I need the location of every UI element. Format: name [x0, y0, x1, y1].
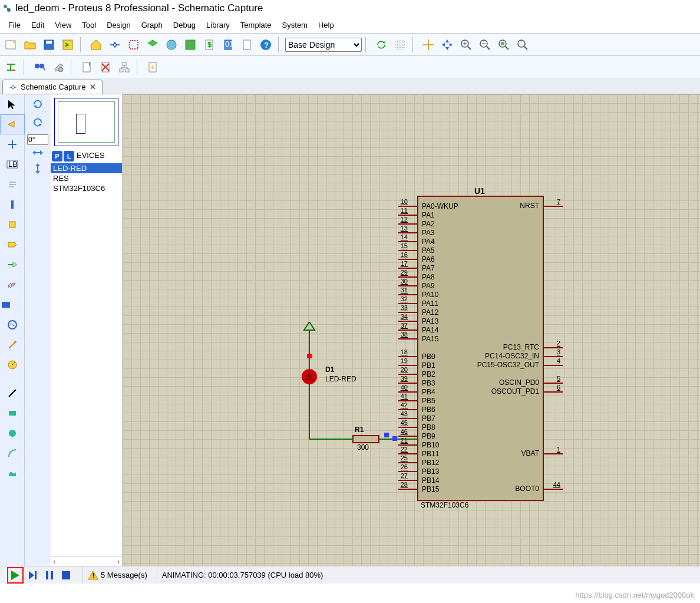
pin-PA15[interactable]: 38PA15 [418, 334, 477, 343]
close-project-icon[interactable] [59, 36, 77, 54]
zoom-fit-icon[interactable] [495, 36, 513, 54]
rotate-cw-icon[interactable] [31, 98, 44, 113]
junction-tool[interactable] [0, 134, 25, 154]
circle-draw-tool[interactable] [0, 423, 25, 443]
pin-VBAT[interactable]: 1VBAT [460, 449, 543, 458]
wire-mode-icon[interactable] [2, 58, 20, 76]
pin-PA1[interactable]: 11PA1 [418, 210, 477, 219]
pin-PA10[interactable]: 31PA10 [418, 290, 477, 299]
pin-PB7[interactable]: 43PB7 [418, 414, 477, 423]
3d-viewer-icon[interactable] [144, 36, 161, 54]
grid-snap-icon[interactable] [391, 36, 409, 54]
vsm-icon[interactable] [238, 36, 256, 54]
rotation-input[interactable] [27, 134, 48, 145]
menu-design[interactable]: Design [102, 19, 135, 31]
device-list[interactable]: LED-RED RES STM32F103C6 [51, 163, 122, 556]
path-draw-tool[interactable] [0, 463, 25, 483]
cursor-tool[interactable] [0, 94, 25, 114]
rect-draw-tool[interactable] [0, 403, 25, 423]
instrument-tool[interactable] [0, 355, 25, 375]
pin-PA5[interactable]: 15PA5 [418, 246, 477, 255]
errc-icon[interactable] [144, 58, 161, 76]
pin-PB6[interactable]: 42PB6 [418, 405, 477, 414]
pan-icon[interactable] [438, 36, 456, 54]
messages-status[interactable]: ! 5 Message(s) [82, 566, 152, 584]
play-button[interactable] [7, 567, 24, 584]
menu-view[interactable]: View [50, 19, 76, 31]
probe-tool[interactable] [0, 335, 25, 355]
hierarchy-icon[interactable] [115, 58, 133, 76]
close-icon[interactable]: ✕ [90, 83, 96, 91]
pin-PA6[interactable]: 16PA6 [418, 255, 477, 263]
step-button[interactable] [26, 568, 40, 582]
line-draw-tool[interactable] [0, 383, 25, 403]
pin-PA4[interactable]: 14PA4 [418, 237, 477, 246]
gerber-icon[interactable] [163, 36, 180, 54]
schematic-icon[interactable] [106, 36, 124, 54]
save-project-icon[interactable] [40, 36, 58, 54]
zoom-in-icon[interactable] [457, 36, 475, 54]
pin-BOOT0[interactable]: 44BOOT0 [460, 485, 543, 493]
search-icon[interactable] [31, 58, 48, 76]
list-item[interactable]: STM32F103C6 [51, 183, 122, 193]
text-tool[interactable] [0, 174, 25, 195]
schematic-canvas[interactable]: U1 STM32F103C6 10PA0-WKUP11PA112PA213PA3… [123, 94, 700, 566]
pin-PB13[interactable]: 26PB13 [418, 467, 477, 476]
component-u1[interactable]: U1 STM32F103C6 10PA0-WKUP11PA112PA213PA3… [417, 196, 544, 501]
help-icon[interactable]: ? [257, 36, 275, 54]
refresh-icon[interactable] [372, 36, 390, 54]
pin-PB9[interactable]: 46PB9 [418, 431, 477, 440]
arc-draw-tool[interactable] [0, 443, 25, 463]
property-icon[interactable] [49, 58, 67, 76]
component-d1[interactable] [302, 369, 317, 384]
bus-tool[interactable] [0, 195, 25, 215]
wire[interactable] [379, 439, 417, 440]
design-variant-select[interactable]: Base Design [285, 38, 362, 52]
wire[interactable] [309, 330, 310, 370]
zoom-out-icon[interactable] [476, 36, 494, 54]
menu-file[interactable]: File [4, 19, 25, 31]
flip-v-icon[interactable] [34, 162, 42, 177]
pin-PC15-OSC32_OUT[interactable]: 4PC15-OSC32_OUT [460, 361, 543, 370]
pin-PA2[interactable]: 12PA2 [418, 219, 477, 228]
pin-PA11[interactable]: 32PA11 [418, 299, 477, 308]
wire[interactable] [309, 439, 354, 440]
stop-button[interactable] [59, 568, 73, 582]
new-project-icon[interactable] [2, 36, 20, 54]
pick-devices-button[interactable]: P [52, 151, 62, 162]
pin-PC13_RTC[interactable]: 2PC13_RTC [460, 343, 543, 352]
label-tool[interactable]: LBL [0, 154, 25, 174]
pin-PB8[interactable]: 45PB8 [418, 423, 477, 431]
menu-library[interactable]: Library [202, 19, 235, 31]
rotate-ccw-icon[interactable] [31, 116, 44, 131]
panel-scrollbar[interactable]: ‹› [51, 556, 122, 566]
pin-OSCOUT_PD1[interactable]: 6OSCOUT_PD1 [460, 387, 543, 396]
component-r1[interactable] [352, 435, 379, 443]
open-project-icon[interactable] [21, 36, 39, 54]
pin-PA7[interactable]: 17PA7 [418, 263, 477, 272]
list-item[interactable]: RES [51, 173, 122, 183]
source-code-icon[interactable]: 0101 [219, 36, 237, 54]
tape-tool[interactable] [0, 295, 25, 315]
pin-PA8[interactable]: 29PA8 [418, 272, 477, 281]
pin-OSCIN_PD0[interactable]: 5OSCIN_PD0 [460, 378, 543, 387]
pin-PC14-OSC32_IN[interactable]: 3PC14-OSC32_IN [460, 352, 543, 361]
home-icon[interactable] [87, 36, 105, 54]
list-item[interactable]: LED-RED [51, 163, 122, 173]
pin-PB2[interactable]: 20PB2 [418, 370, 477, 378]
pcb-icon[interactable] [125, 36, 143, 54]
menu-system[interactable]: System [278, 19, 312, 31]
flip-h-icon[interactable] [31, 149, 44, 159]
pin-NRST[interactable]: 7NRST [460, 202, 543, 210]
component-tool[interactable] [0, 114, 25, 134]
pin-PB14[interactable]: 27PB14 [418, 476, 477, 485]
pin-PA12[interactable]: 33PA12 [418, 308, 477, 317]
delete-sheet-icon[interactable] [97, 58, 114, 76]
overview-navigator[interactable] [54, 98, 118, 146]
menu-edit[interactable]: Edit [27, 19, 49, 31]
pin-PB5[interactable]: 41PB5 [418, 396, 477, 405]
pin-PB10[interactable]: 21PB10 [418, 440, 477, 449]
new-sheet-icon[interactable]: + [78, 58, 95, 76]
subcircuit-tool[interactable] [0, 215, 25, 235]
center-icon[interactable] [420, 36, 437, 54]
